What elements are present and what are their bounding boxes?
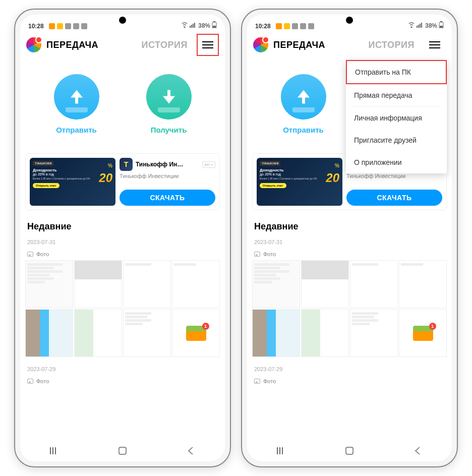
category-photo[interactable]: Фото xyxy=(20,374,225,387)
send-button[interactable]: Отправить xyxy=(281,74,326,134)
thumbnail[interactable] xyxy=(399,309,447,357)
thumbnail[interactable] xyxy=(350,260,398,308)
svg-rect-5 xyxy=(213,21,215,22)
app-logo[interactable] xyxy=(253,37,268,52)
svg-rect-0 xyxy=(190,26,191,28)
send-label: Отправить xyxy=(283,126,324,134)
status-icon-app5 xyxy=(81,23,87,29)
signal-icon xyxy=(190,22,197,29)
status-time: 10:28 xyxy=(28,23,44,30)
tab-transfer[interactable]: ПЕРЕДАЧА xyxy=(273,40,325,50)
thumbnail[interactable] xyxy=(172,260,220,308)
ad-title: Тинькофф Ин… xyxy=(136,161,199,168)
thumbnail[interactable] xyxy=(301,260,349,308)
tray-icon xyxy=(292,107,315,112)
status-icon-app2 xyxy=(57,23,63,29)
thumbnail[interactable] xyxy=(301,309,349,357)
send-label: Отправить xyxy=(56,126,97,134)
svg-rect-16 xyxy=(440,21,442,22)
thumbnail[interactable] xyxy=(123,260,171,308)
recent-title: Недавние xyxy=(247,210,452,237)
recents-button[interactable] xyxy=(49,446,60,456)
phone-right: 10:28 38% ПЕРЕДАЧА ИСТОРИЯ От xyxy=(241,9,458,467)
receive-button[interactable]: Получить xyxy=(146,74,192,134)
app-logo[interactable] xyxy=(26,37,41,52)
battery-icon xyxy=(439,21,444,30)
send-button[interactable]: Отправить xyxy=(54,74,99,134)
image-icon xyxy=(254,379,260,384)
svg-rect-19 xyxy=(279,447,280,454)
tab-history[interactable]: ИСТОРИЯ xyxy=(369,40,415,50)
svg-rect-17 xyxy=(440,26,443,28)
phone-left: 10:28 38% ПЕРЕД xyxy=(14,9,231,467)
thumbnail[interactable] xyxy=(74,260,122,308)
svg-rect-9 xyxy=(55,447,56,454)
menu-item-direct-transfer[interactable]: Прямая передача xyxy=(346,84,447,106)
arrow-up-icon xyxy=(294,88,313,106)
menu-button[interactable] xyxy=(424,34,446,56)
thumbnail[interactable] xyxy=(252,309,300,357)
status-icon-app4 xyxy=(300,23,306,29)
recents-button[interactable] xyxy=(276,446,286,456)
thumbnail[interactable] xyxy=(252,260,300,308)
photo-grid xyxy=(20,260,225,357)
menu-item-send-to-pc[interactable]: Отправить на ПК xyxy=(346,60,447,84)
home-button[interactable] xyxy=(117,446,128,456)
svg-rect-8 xyxy=(52,447,53,454)
ad-badge[interactable]: AD × xyxy=(202,161,215,168)
download-button[interactable]: СКАЧАТЬ xyxy=(346,190,442,206)
system-nav-bar xyxy=(20,440,225,461)
category-photo[interactable]: Фото xyxy=(247,247,452,260)
svg-rect-7 xyxy=(50,447,51,454)
screen-right: 10:28 38% ПЕРЕДАЧА ИСТОРИЯ От xyxy=(247,15,452,461)
date-label: 2023-07-29 xyxy=(20,364,225,374)
menu-item-about[interactable]: О приложении xyxy=(346,151,447,173)
status-icon-app2 xyxy=(284,23,290,29)
ad-image: ТИНЬКОФФ Доходность до 20% в год Более 1… xyxy=(257,158,342,206)
thumbnail[interactable] xyxy=(350,309,398,357)
top-nav: ПЕРЕДАЧА ИСТОРИЯ xyxy=(20,31,225,59)
top-nav: ПЕРЕДАЧА ИСТОРИЯ xyxy=(247,31,452,59)
tray-icon xyxy=(158,107,180,112)
tab-history[interactable]: ИСТОРИЯ xyxy=(142,40,188,50)
status-icon-app1 xyxy=(49,23,55,29)
arrow-up-icon xyxy=(68,88,86,106)
chest-icon xyxy=(186,326,206,341)
status-time: 10:28 xyxy=(255,23,271,30)
dropdown-menu: Отправить на ПК Прямая передача Личная и… xyxy=(346,60,447,173)
signal-icon xyxy=(417,22,424,29)
thumbnail[interactable] xyxy=(172,309,220,357)
arrow-down-icon xyxy=(160,88,178,106)
thumbnail[interactable] xyxy=(25,260,73,308)
thumbnail[interactable] xyxy=(123,309,171,357)
svg-rect-6 xyxy=(213,26,216,28)
menu-item-personal-info[interactable]: Личная информация xyxy=(346,107,447,129)
category-photo[interactable]: Фото xyxy=(247,374,452,387)
tab-transfer[interactable]: ПЕРЕДАЧА xyxy=(46,40,98,50)
thumbnail[interactable] xyxy=(399,260,447,308)
ad-card[interactable]: ТИНЬКОФФ Доходность до 20% в год Более 1… xyxy=(25,153,220,210)
svg-rect-11 xyxy=(417,26,418,28)
menu-button[interactable] xyxy=(197,34,219,56)
svg-rect-2 xyxy=(193,24,194,28)
battery-icon xyxy=(212,21,217,30)
battery-percent: 38% xyxy=(198,22,210,29)
svg-rect-3 xyxy=(194,23,195,28)
svg-rect-21 xyxy=(346,447,353,454)
home-button[interactable] xyxy=(344,446,355,456)
status-icon-app3 xyxy=(65,23,71,29)
ad-app-icon: Т xyxy=(120,158,133,171)
svg-rect-14 xyxy=(421,23,422,28)
svg-rect-13 xyxy=(420,24,421,28)
date-label: 2023-07-31 xyxy=(247,237,452,247)
download-button[interactable]: СКАЧАТЬ xyxy=(120,190,215,206)
category-photo[interactable]: Фото xyxy=(20,247,225,260)
thumbnail[interactable] xyxy=(74,309,122,357)
tray-icon xyxy=(66,107,88,112)
menu-item-invite-friends[interactable]: Пригласите друзей xyxy=(346,129,447,151)
back-button[interactable] xyxy=(412,446,423,456)
date-label: 2023-07-29 xyxy=(247,364,452,374)
status-icon-app4 xyxy=(73,23,79,29)
back-button[interactable] xyxy=(186,446,196,456)
thumbnail[interactable] xyxy=(25,309,73,357)
